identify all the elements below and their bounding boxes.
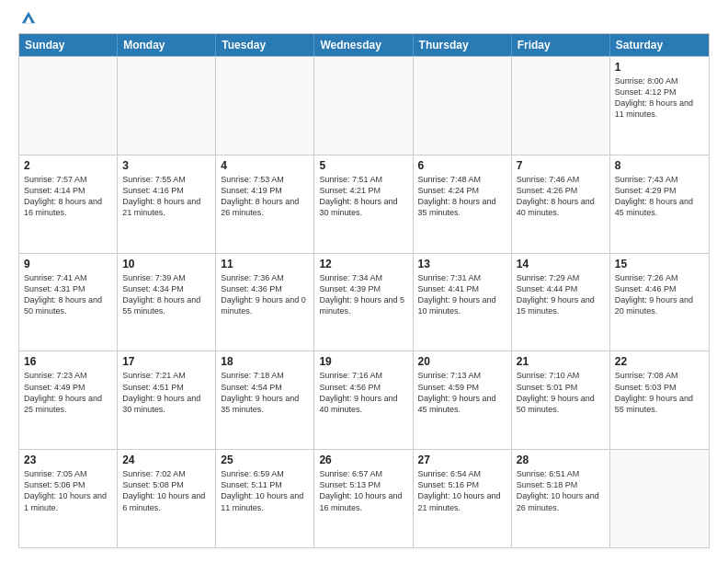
day-number: 23 — [24, 454, 112, 466]
day-number: 9 — [24, 258, 112, 270]
logo — [18, 18, 37, 26]
cell-info: Sunrise: 7:43 AM Sunset: 4:29 PM Dayligh… — [615, 174, 704, 219]
calendar-week-1: 1Sunrise: 8:00 AM Sunset: 4:12 PM Daylig… — [19, 56, 709, 155]
calendar-cell — [118, 57, 216, 155]
cell-info: Sunrise: 7:21 AM Sunset: 4:51 PM Dayligh… — [122, 370, 210, 415]
calendar-cell: 7Sunrise: 7:46 AM Sunset: 4:26 PM Daylig… — [512, 155, 610, 253]
day-number: 14 — [517, 258, 605, 270]
day-number: 15 — [615, 258, 704, 270]
cell-info: Sunrise: 7:36 AM Sunset: 4:36 PM Dayligh… — [221, 272, 309, 317]
cell-info: Sunrise: 7:34 AM Sunset: 4:39 PM Dayligh… — [319, 272, 407, 317]
calendar-cell: 13Sunrise: 7:31 AM Sunset: 4:41 PM Dayli… — [414, 254, 512, 351]
cell-info: Sunrise: 7:18 AM Sunset: 4:54 PM Dayligh… — [221, 370, 309, 415]
cell-info: Sunrise: 7:26 AM Sunset: 4:46 PM Dayligh… — [615, 272, 704, 317]
calendar: SundayMondayTuesdayWednesdayThursdayFrid… — [18, 33, 710, 548]
calendar-cell: 18Sunrise: 7:18 AM Sunset: 4:54 PM Dayli… — [216, 351, 314, 449]
calendar-cell: 6Sunrise: 7:48 AM Sunset: 4:24 PM Daylig… — [414, 155, 512, 253]
calendar-cell — [314, 57, 413, 155]
header-day-tuesday: Tuesday — [216, 34, 314, 56]
day-number: 8 — [615, 159, 704, 172]
day-number: 24 — [122, 454, 210, 466]
cell-info: Sunrise: 6:51 AM Sunset: 5:18 PM Dayligh… — [517, 468, 605, 513]
calendar-week-2: 2Sunrise: 7:57 AM Sunset: 4:14 PM Daylig… — [19, 155, 709, 253]
calendar-cell: 5Sunrise: 7:51 AM Sunset: 4:21 PM Daylig… — [314, 155, 413, 253]
day-number: 4 — [221, 159, 309, 172]
day-number: 25 — [221, 454, 309, 466]
calendar-week-5: 23Sunrise: 7:05 AM Sunset: 5:06 PM Dayli… — [19, 449, 709, 547]
calendar-cell: 25Sunrise: 6:59 AM Sunset: 5:11 PM Dayli… — [216, 450, 314, 547]
calendar-cell: 14Sunrise: 7:29 AM Sunset: 4:44 PM Dayli… — [512, 254, 610, 351]
day-number: 10 — [122, 258, 210, 270]
cell-info: Sunrise: 7:10 AM Sunset: 5:01 PM Dayligh… — [517, 370, 605, 415]
cell-info: Sunrise: 6:54 AM Sunset: 5:16 PM Dayligh… — [418, 468, 506, 513]
cell-info: Sunrise: 7:23 AM Sunset: 4:49 PM Dayligh… — [24, 370, 112, 415]
calendar-cell: 9Sunrise: 7:41 AM Sunset: 4:31 PM Daylig… — [19, 254, 118, 351]
calendar-body: 1Sunrise: 8:00 AM Sunset: 4:12 PM Daylig… — [19, 56, 709, 547]
cell-info: Sunrise: 7:02 AM Sunset: 5:08 PM Dayligh… — [122, 468, 210, 513]
day-number: 11 — [221, 258, 309, 270]
calendar-cell: 22Sunrise: 7:08 AM Sunset: 5:03 PM Dayli… — [610, 351, 709, 449]
day-number: 1 — [615, 61, 704, 74]
calendar-cell — [19, 57, 118, 155]
day-number: 27 — [418, 454, 506, 466]
calendar-cell: 3Sunrise: 7:55 AM Sunset: 4:16 PM Daylig… — [118, 155, 216, 253]
cell-info: Sunrise: 7:41 AM Sunset: 4:31 PM Dayligh… — [24, 272, 112, 317]
day-number: 16 — [24, 355, 112, 368]
header — [18, 15, 710, 26]
calendar-cell: 11Sunrise: 7:36 AM Sunset: 4:36 PM Dayli… — [216, 254, 314, 351]
cell-info: Sunrise: 7:46 AM Sunset: 4:26 PM Dayligh… — [517, 174, 605, 219]
calendar-cell: 20Sunrise: 7:13 AM Sunset: 4:59 PM Dayli… — [414, 351, 512, 449]
cell-info: Sunrise: 7:57 AM Sunset: 4:14 PM Dayligh… — [24, 174, 112, 219]
day-number: 19 — [319, 355, 407, 368]
day-number: 12 — [319, 258, 407, 270]
calendar-cell — [414, 57, 512, 155]
calendar-cell: 8Sunrise: 7:43 AM Sunset: 4:29 PM Daylig… — [610, 155, 709, 253]
day-number: 5 — [319, 159, 407, 172]
day-number: 21 — [517, 355, 605, 368]
calendar-cell: 1Sunrise: 8:00 AM Sunset: 4:12 PM Daylig… — [610, 57, 709, 155]
cell-info: Sunrise: 7:53 AM Sunset: 4:19 PM Dayligh… — [221, 174, 309, 219]
header-day-saturday: Saturday — [610, 34, 709, 56]
calendar-cell: 19Sunrise: 7:16 AM Sunset: 4:56 PM Dayli… — [314, 351, 413, 449]
calendar-week-4: 16Sunrise: 7:23 AM Sunset: 4:49 PM Dayli… — [19, 350, 709, 449]
calendar-cell: 15Sunrise: 7:26 AM Sunset: 4:46 PM Dayli… — [610, 254, 709, 351]
calendar-cell: 24Sunrise: 7:02 AM Sunset: 5:08 PM Dayli… — [118, 450, 216, 547]
calendar-cell: 4Sunrise: 7:53 AM Sunset: 4:19 PM Daylig… — [216, 155, 314, 253]
calendar-cell: 10Sunrise: 7:39 AM Sunset: 4:34 PM Dayli… — [118, 254, 216, 351]
calendar-cell: 28Sunrise: 6:51 AM Sunset: 5:18 PM Dayli… — [512, 450, 610, 547]
calendar-week-3: 9Sunrise: 7:41 AM Sunset: 4:31 PM Daylig… — [19, 253, 709, 351]
calendar-cell — [216, 57, 314, 155]
header-day-friday: Friday — [512, 34, 610, 56]
day-number: 6 — [418, 159, 506, 172]
calendar-cell — [512, 57, 610, 155]
calendar-cell — [610, 450, 709, 547]
cell-info: Sunrise: 7:05 AM Sunset: 5:06 PM Dayligh… — [24, 468, 112, 513]
cell-info: Sunrise: 7:16 AM Sunset: 4:56 PM Dayligh… — [319, 370, 407, 415]
calendar-cell: 27Sunrise: 6:54 AM Sunset: 5:16 PM Dayli… — [414, 450, 512, 547]
day-number: 7 — [517, 159, 605, 172]
logo-icon — [20, 9, 37, 26]
day-number: 20 — [418, 355, 506, 368]
cell-info: Sunrise: 7:13 AM Sunset: 4:59 PM Dayligh… — [418, 370, 506, 415]
header-day-monday: Monday — [118, 34, 216, 56]
calendar-cell: 21Sunrise: 7:10 AM Sunset: 5:01 PM Dayli… — [512, 351, 610, 449]
day-number: 13 — [418, 258, 506, 270]
page: SundayMondayTuesdayWednesdayThursdayFrid… — [0, 0, 728, 563]
calendar-cell: 23Sunrise: 7:05 AM Sunset: 5:06 PM Dayli… — [19, 450, 118, 547]
calendar-cell: 17Sunrise: 7:21 AM Sunset: 4:51 PM Dayli… — [118, 351, 216, 449]
day-number: 22 — [615, 355, 704, 368]
day-number: 26 — [319, 454, 407, 466]
calendar-cell: 26Sunrise: 6:57 AM Sunset: 5:13 PM Dayli… — [314, 450, 413, 547]
cell-info: Sunrise: 6:59 AM Sunset: 5:11 PM Dayligh… — [221, 468, 309, 513]
cell-info: Sunrise: 6:57 AM Sunset: 5:13 PM Dayligh… — [319, 468, 407, 513]
calendar-cell: 12Sunrise: 7:34 AM Sunset: 4:39 PM Dayli… — [314, 254, 413, 351]
calendar-cell: 16Sunrise: 7:23 AM Sunset: 4:49 PM Dayli… — [19, 351, 118, 449]
calendar-header-row: SundayMondayTuesdayWednesdayThursdayFrid… — [19, 34, 709, 56]
cell-info: Sunrise: 7:39 AM Sunset: 4:34 PM Dayligh… — [122, 272, 210, 317]
cell-info: Sunrise: 7:48 AM Sunset: 4:24 PM Dayligh… — [418, 174, 506, 219]
header-day-sunday: Sunday — [19, 34, 118, 56]
cell-info: Sunrise: 8:00 AM Sunset: 4:12 PM Dayligh… — [615, 75, 704, 121]
cell-info: Sunrise: 7:29 AM Sunset: 4:44 PM Dayligh… — [517, 272, 605, 317]
day-number: 3 — [122, 159, 210, 172]
day-number: 18 — [221, 355, 309, 368]
